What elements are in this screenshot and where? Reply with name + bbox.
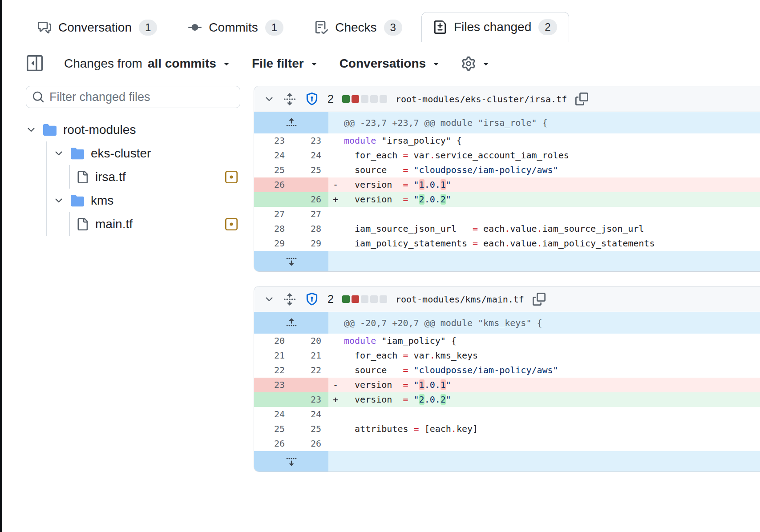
new-line-number[interactable]: 27 bbox=[292, 207, 328, 222]
diffstat-neutral-block bbox=[361, 295, 368, 303]
diffstat-neutral-block bbox=[370, 295, 378, 303]
file-filter-dropdown[interactable]: File filter bbox=[252, 56, 319, 71]
filter-changed-files-input[interactable] bbox=[26, 86, 240, 108]
diff-list: 2root-modules/eks-cluster/irsa.tf@@ -23,… bbox=[254, 86, 760, 486]
diff-line: 26+ version = "2.0.2" bbox=[254, 192, 760, 207]
old-line-number[interactable]: 29 bbox=[254, 236, 292, 251]
diffstat-added-block bbox=[342, 295, 350, 303]
new-line-number[interactable]: 23 bbox=[292, 133, 328, 148]
diff-body: @@ -23,7 +23,7 @@ module "irsa_role" {23… bbox=[254, 112, 760, 271]
expand-all-button[interactable] bbox=[283, 293, 296, 306]
old-line-number[interactable]: 22 bbox=[254, 363, 292, 378]
expand-all-button[interactable] bbox=[283, 93, 296, 106]
tab-conversation[interactable]: Conversation 1 bbox=[26, 12, 169, 42]
annotation-count: 2 bbox=[327, 93, 334, 105]
diff-line: 2222 source = "cloudposse/iam-policy/aws… bbox=[254, 363, 760, 378]
code-cell: for_each = var.kms_keys bbox=[328, 348, 760, 363]
code-text: source = "cloudposse/iam-policy/aws" bbox=[344, 365, 558, 375]
code-cell: source = "cloudposse/iam-policy/aws" bbox=[328, 163, 760, 177]
code-text: for_each = var.service_account_iam_roles bbox=[344, 150, 569, 161]
new-line-number[interactable]: 21 bbox=[292, 348, 328, 363]
file-path: root-modules/eks-cluster/irsa.tf bbox=[396, 94, 567, 105]
tab-commits[interactable]: Commits 1 bbox=[176, 12, 295, 42]
old-line-number[interactable]: 25 bbox=[254, 422, 292, 436]
tree-folder-root-modules[interactable]: root-modules bbox=[26, 118, 240, 141]
chevron-down-icon bbox=[309, 59, 319, 69]
expand-hunk-up-button[interactable] bbox=[254, 312, 328, 334]
old-line-number[interactable]: 24 bbox=[254, 407, 292, 422]
old-line-number[interactable]: 25 bbox=[254, 163, 292, 177]
chevron-down-icon bbox=[53, 148, 64, 159]
old-line-number[interactable]: 24 bbox=[254, 148, 292, 163]
tree-folder-kms[interactable]: kms bbox=[47, 189, 240, 212]
diffstat-neutral-block bbox=[380, 295, 387, 303]
diff-settings-dropdown[interactable] bbox=[461, 56, 491, 71]
old-line-number[interactable]: 28 bbox=[254, 222, 292, 236]
copy-file-path-button[interactable] bbox=[575, 93, 588, 105]
old-line-number[interactable]: 23 bbox=[254, 133, 292, 148]
tree-file-main-tf[interactable]: main.tf bbox=[70, 212, 240, 236]
tree-folder-label: root-modules bbox=[63, 123, 136, 137]
code-text: module "iam_policy" { bbox=[344, 335, 457, 346]
changes-from-dropdown[interactable]: Changes from all commits bbox=[64, 56, 231, 71]
new-line-number[interactable] bbox=[292, 177, 328, 192]
new-line-number[interactable] bbox=[292, 378, 328, 392]
shield-annotations-button[interactable] bbox=[305, 92, 319, 106]
new-line-number[interactable]: 25 bbox=[292, 163, 328, 177]
old-line-number[interactable]: 26 bbox=[254, 436, 292, 451]
new-line-number[interactable]: 28 bbox=[292, 222, 328, 236]
tree-file-irsa-tf[interactable]: irsa.tf bbox=[70, 165, 240, 189]
old-line-number[interactable]: 20 bbox=[254, 334, 292, 348]
collapse-diff-button[interactable] bbox=[264, 94, 275, 105]
changes-from-value: all commits bbox=[148, 56, 216, 71]
old-line-number[interactable] bbox=[254, 392, 292, 407]
new-line-number[interactable]: 29 bbox=[292, 236, 328, 251]
new-line-number[interactable]: 24 bbox=[292, 148, 328, 163]
new-line-number[interactable]: 26 bbox=[292, 436, 328, 451]
diff-line: 2828 iam_source_json_url = each.value.ia… bbox=[254, 222, 760, 236]
new-line-number[interactable]: 23 bbox=[292, 392, 328, 407]
diff-toolbar: Changes from all commits File filter Con… bbox=[26, 55, 760, 73]
code-text: iam_source_json_url = each.value.iam_sou… bbox=[344, 223, 644, 234]
diff-marker: - bbox=[328, 177, 344, 192]
copy-file-path-button[interactable] bbox=[533, 293, 546, 306]
expand-hunk-down-button[interactable] bbox=[254, 251, 328, 271]
new-line-number[interactable]: 20 bbox=[292, 334, 328, 348]
gear-icon bbox=[461, 56, 476, 71]
hunk-footer-fill bbox=[328, 251, 760, 271]
tab-checks[interactable]: Checks 3 bbox=[303, 12, 414, 42]
new-line-number[interactable]: 25 bbox=[292, 422, 328, 436]
shield-lock-icon bbox=[305, 92, 319, 106]
code-text: version = "1.0.1" bbox=[344, 379, 451, 390]
expand-hunk-down-button[interactable] bbox=[254, 451, 328, 472]
shield-lock-icon bbox=[305, 292, 319, 306]
old-line-number[interactable]: 26 bbox=[254, 177, 292, 192]
new-line-number[interactable]: 26 bbox=[292, 192, 328, 207]
tab-label: Commits bbox=[209, 20, 258, 35]
hunk-header-row: @@ -20,7 +20,7 @@ module "kms_keys" { bbox=[254, 312, 760, 334]
collapse-diff-button[interactable] bbox=[264, 294, 275, 305]
conversations-dropdown[interactable]: Conversations bbox=[340, 56, 441, 71]
old-line-number[interactable]: 21 bbox=[254, 348, 292, 363]
old-line-number[interactable]: 27 bbox=[254, 207, 292, 222]
diff-line: 2424 for_each = var.service_account_iam_… bbox=[254, 148, 760, 163]
diffstat bbox=[342, 95, 387, 103]
sidebar-collapse-button[interactable] bbox=[26, 55, 44, 73]
expand-hunk-up-button[interactable] bbox=[254, 112, 328, 133]
unfold-icon bbox=[283, 293, 296, 306]
old-line-number[interactable] bbox=[254, 192, 292, 207]
old-line-number[interactable]: 23 bbox=[254, 378, 292, 392]
new-line-number[interactable]: 24 bbox=[292, 407, 328, 422]
shield-annotations-button[interactable] bbox=[305, 292, 319, 306]
window-edge bbox=[0, 0, 2, 532]
diff-panel: 2root-modules/eks-cluster/irsa.tf@@ -23,… bbox=[254, 86, 760, 272]
new-line-number[interactable]: 22 bbox=[292, 363, 328, 378]
tree-folder-eks-cluster[interactable]: eks-cluster bbox=[47, 141, 240, 165]
hunk-footer-row bbox=[254, 251, 760, 271]
code-cell: source = "cloudposse/iam-policy/aws" bbox=[328, 363, 760, 378]
tab-files-changed[interactable]: Files changed 2 bbox=[421, 12, 569, 42]
chevron-down-icon bbox=[26, 125, 36, 135]
hunk-header-text: @@ -20,7 +20,7 @@ module "kms_keys" { bbox=[328, 312, 760, 334]
diffstat-neutral-block bbox=[370, 95, 378, 103]
tab-label: Files changed bbox=[454, 20, 531, 34]
